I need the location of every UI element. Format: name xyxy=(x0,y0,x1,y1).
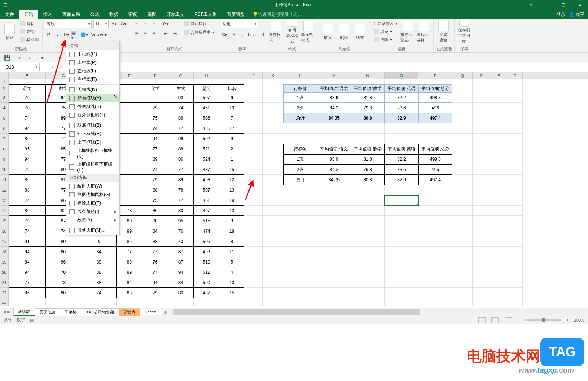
font-color-button[interactable]: A▾ xyxy=(89,31,97,39)
sheet-tab[interactable]: 成绩表 xyxy=(13,308,35,316)
cell[interactable]: 19 xyxy=(219,195,244,206)
decrease-decimal-button[interactable]: ←.0 xyxy=(256,31,264,39)
cell[interactable] xyxy=(283,247,317,257)
cell[interactable] xyxy=(452,154,473,164)
cell[interactable]: 77 xyxy=(9,277,46,288)
cell[interactable] xyxy=(351,195,385,206)
maximize-icon[interactable]: ▢ xyxy=(555,0,571,10)
cell[interactable] xyxy=(385,236,418,247)
cell[interactable] xyxy=(473,154,490,164)
cell[interactable] xyxy=(452,206,473,216)
cell[interactable]: 521 xyxy=(194,144,219,154)
tab-home[interactable]: 开始 xyxy=(19,10,38,19)
cell[interactable] xyxy=(418,236,452,247)
cut-button[interactable]: 剪切 xyxy=(18,20,40,27)
cell[interactable]: 行标签 xyxy=(283,84,317,92)
cell[interactable] xyxy=(283,257,317,267)
cell[interactable] xyxy=(263,298,283,306)
tab-review[interactable]: 审阅 xyxy=(123,10,142,19)
menu-item-line-color[interactable]: 线条颜色(I)▶ xyxy=(66,207,119,216)
cell[interactable]: 496 xyxy=(418,103,452,113)
cell[interactable]: 80 xyxy=(46,288,81,298)
cell[interactable]: 91 xyxy=(9,236,46,247)
cell[interactable] xyxy=(117,123,142,134)
format-painter-button[interactable]: 格式刷 xyxy=(18,36,40,43)
menu-item-bottom-border[interactable]: 下框线(O) xyxy=(66,50,119,58)
cell[interactable] xyxy=(244,298,263,306)
cell[interactable] xyxy=(452,144,473,154)
cell[interactable] xyxy=(283,226,317,236)
cell[interactable]: 平均值项:语文 xyxy=(317,144,351,154)
share-button[interactable]: 👤 共享 xyxy=(569,11,584,18)
cell[interactable]: 81.8 xyxy=(351,92,385,103)
menu-item-all-borders[interactable]: 所有框线(A) xyxy=(66,94,119,102)
cell[interactable] xyxy=(317,195,351,206)
cell[interactable]: 平均值项:总分 xyxy=(418,144,452,154)
row-header[interactable]: 9 xyxy=(0,154,9,164)
save-cloud-button[interactable]: 保存到 百度网盘 xyxy=(457,20,472,44)
row-header[interactable]: 21 xyxy=(0,277,9,288)
cell[interactable] xyxy=(263,226,283,236)
cell[interactable] xyxy=(508,79,523,84)
cell[interactable] xyxy=(351,134,385,144)
cell[interactable] xyxy=(473,103,490,113)
menu-item-top-bottom[interactable]: 上下框线(D) xyxy=(66,138,119,146)
cell[interactable]: 89 xyxy=(9,134,46,144)
cell[interactable]: 512 xyxy=(194,267,219,277)
cell[interactable]: 1班 xyxy=(283,92,317,103)
cell[interactable] xyxy=(473,185,490,195)
cell[interactable]: 总计 xyxy=(283,113,317,123)
zoom-level[interactable]: 100% xyxy=(574,318,584,322)
tab-view[interactable]: 视图 xyxy=(142,10,161,19)
cell[interactable] xyxy=(263,267,283,277)
cell[interactable] xyxy=(283,79,317,84)
cell[interactable] xyxy=(508,195,523,206)
close-icon[interactable]: ✕ xyxy=(571,0,588,10)
menu-item-left-border[interactable]: 左框线(L) xyxy=(66,67,119,75)
cell[interactable] xyxy=(9,298,46,306)
cell[interactable]: 77 xyxy=(142,144,168,154)
cell[interactable]: 83.9 xyxy=(317,92,351,103)
cell[interactable]: 496 xyxy=(418,164,452,175)
col-header[interactable]: E xyxy=(117,72,142,79)
cell[interactable] xyxy=(117,79,142,84)
bold-button[interactable]: B xyxy=(45,31,53,39)
decrease-indent-button[interactable]: ⇤ xyxy=(162,29,170,37)
cell[interactable]: 88 xyxy=(142,236,168,247)
cell[interactable] xyxy=(452,267,473,277)
cell[interactable] xyxy=(244,288,263,298)
accessibility-icon[interactable]: ▦ xyxy=(30,318,34,322)
cell[interactable] xyxy=(351,267,385,277)
cell[interactable] xyxy=(263,236,283,247)
menu-item-thick-bottom[interactable]: 粗下框线(H) xyxy=(66,130,119,138)
cell[interactable]: 13 xyxy=(219,185,244,195)
cell[interactable]: 89 xyxy=(117,267,142,277)
zoom-out-button[interactable]: − xyxy=(517,318,519,322)
cell[interactable]: 总分 xyxy=(194,84,219,92)
autosum-button[interactable]: Σ自动求和 ▾ xyxy=(372,20,399,27)
tab-pdf[interactable]: PDF工具集 xyxy=(189,10,222,19)
cell[interactable]: 行标签 xyxy=(283,144,317,154)
page-layout-view-button[interactable] xyxy=(491,317,499,323)
cell[interactable] xyxy=(351,123,385,134)
cell[interactable] xyxy=(219,298,244,306)
cell[interactable] xyxy=(490,277,508,288)
cell[interactable]: 84 xyxy=(142,226,168,236)
cell[interactable] xyxy=(9,79,46,84)
cell[interactable]: 79 xyxy=(9,216,46,226)
cell[interactable]: 11 xyxy=(219,247,244,257)
cell[interactable] xyxy=(473,134,490,144)
cell[interactable] xyxy=(244,164,263,175)
cell[interactable] xyxy=(46,298,81,306)
cell[interactable]: 84 xyxy=(168,277,194,288)
cell[interactable] xyxy=(317,236,351,247)
cell[interactable]: 82.9 xyxy=(385,175,418,185)
cell[interactable] xyxy=(317,267,351,277)
cell[interactable] xyxy=(244,226,263,236)
cell[interactable]: 84.05 xyxy=(317,113,351,123)
cell[interactable]: 86 xyxy=(9,288,46,298)
cell[interactable] xyxy=(490,226,508,236)
tab-insert[interactable]: 插入 xyxy=(38,10,57,19)
cell[interactable] xyxy=(244,103,263,113)
cell[interactable]: 生物 xyxy=(168,84,194,92)
